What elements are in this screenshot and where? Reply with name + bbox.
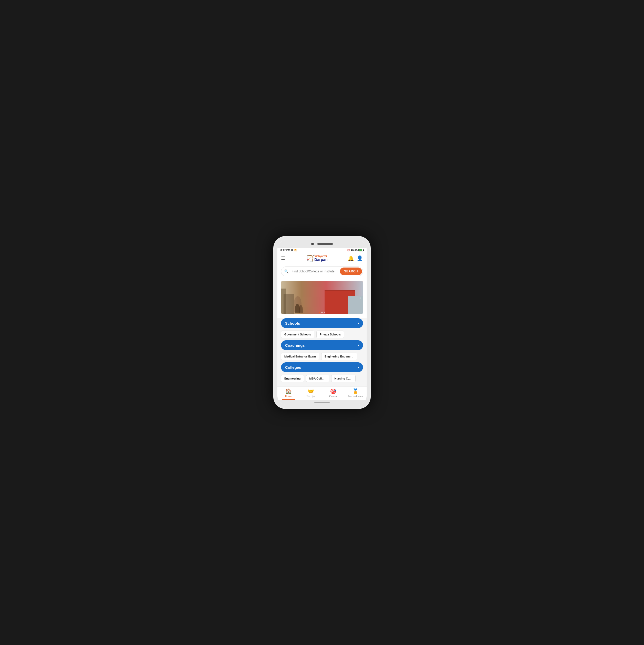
- nav-top-institutes[interactable]: 🏅 Top Institutes: [344, 388, 367, 398]
- career-icon: 🎯: [330, 388, 336, 394]
- home-icon: 🏠: [285, 388, 292, 394]
- coachings-chevron-icon: ›: [358, 343, 359, 348]
- phone-device: 8:17 PM ✉ 📶 ⏰ 4G 3G ☰ 🏹 Vidhyarthi Darpa…: [273, 236, 371, 409]
- speaker-slot: [317, 243, 333, 245]
- header-icons: 🔔 👤: [348, 255, 363, 261]
- tieups-icon: 🤝: [308, 388, 314, 394]
- signal-3g: 3G: [354, 249, 358, 251]
- message-icon: ✉: [291, 249, 293, 251]
- phone-top-hardware: [277, 240, 367, 248]
- banner-carousel[interactable]: ›: [277, 279, 367, 316]
- colleges-subcategory-row: Engineering MBA Colleges Nursing Colleg.…: [281, 375, 363, 382]
- nav-home[interactable]: 🏠 Home: [277, 388, 300, 398]
- engineering-entrance-button[interactable]: Enginering Entrance Exa...: [321, 353, 357, 360]
- notification-icon: 📶: [294, 249, 297, 251]
- carousel-dots: [319, 311, 325, 313]
- app-header: ☰ 🏹 Vidhyarthi Darpan 🔔 👤: [277, 253, 367, 264]
- app-logo: 🏹 Vidhyarthi Darpan: [305, 255, 328, 262]
- mba-colleges-button[interactable]: MBA Colleges: [306, 375, 329, 382]
- status-bar: 8:17 PM ✉ 📶 ⏰ 4G 3G: [277, 248, 367, 253]
- government-schools-button[interactable]: Goverment Schools: [281, 331, 314, 338]
- user-profile-button[interactable]: 👤: [357, 255, 363, 261]
- banner-scene: [281, 281, 363, 314]
- banner-image: [281, 281, 363, 314]
- nursing-colleges-button[interactable]: Nursing Colleg...: [331, 375, 356, 382]
- top-institutes-icon: 🏅: [352, 388, 359, 394]
- carousel-dot-1[interactable]: [319, 311, 320, 313]
- phone-screen: 8:17 PM ✉ 📶 ⏰ 4G 3G ☰ 🏹 Vidhyarthi Darpa…: [277, 240, 367, 405]
- hamburger-menu-button[interactable]: ☰: [281, 256, 285, 261]
- search-button[interactable]: SEARCH: [340, 267, 362, 275]
- phone-bottom-hardware: [277, 400, 367, 405]
- status-right: ⏰ 4G 3G: [347, 249, 363, 251]
- content-area: Schools › Goverment Schools Private Scho…: [277, 318, 367, 387]
- nav-home-label: Home: [285, 395, 292, 398]
- camera-dot: [311, 243, 314, 245]
- schools-chevron-icon: ›: [358, 321, 359, 326]
- status-time: 8:17 PM: [281, 249, 290, 252]
- logo-text: Vidhyarthi Darpan: [314, 255, 328, 262]
- colleges-chevron-icon: ›: [358, 365, 359, 370]
- nav-top-institutes-label: Top Institutes: [348, 395, 363, 398]
- medical-entrance-button[interactable]: Medical Entrance Exam: [281, 353, 319, 360]
- signal-4g: 4G: [351, 249, 354, 251]
- battery-fill: [359, 249, 362, 251]
- notification-bell-button[interactable]: 🔔: [348, 255, 354, 261]
- carousel-dot-3[interactable]: [324, 311, 325, 313]
- search-icon: 🔍: [281, 267, 291, 275]
- search-section: 🔍 SEARCH: [277, 264, 367, 279]
- carousel-dot-2[interactable]: [321, 311, 323, 313]
- nav-tieups-label: Tie Ups: [306, 395, 315, 398]
- logo-darpan-text: Darpan: [314, 257, 328, 262]
- bottom-navigation: 🏠 Home 🤝 Tie Ups 🎯 Career 🏅 Top Institut…: [277, 387, 367, 400]
- logo-v-icon: 🏹: [305, 255, 313, 262]
- battery-indicator: [358, 249, 363, 251]
- carousel-next-arrow[interactable]: ›: [359, 295, 361, 300]
- home-bar: [314, 402, 330, 403]
- nav-career[interactable]: 🎯 Career: [322, 388, 344, 398]
- alarm-icon: ⏰: [347, 249, 350, 251]
- private-schools-button[interactable]: Private Schools: [316, 331, 344, 338]
- engineering-colleges-button[interactable]: Engineering: [281, 375, 304, 382]
- schools-category-header[interactable]: Schools ›: [281, 318, 363, 328]
- schools-category-title: Schools: [285, 321, 300, 326]
- colleges-category-title: Colleges: [285, 365, 301, 370]
- status-left: 8:17 PM ✉ 📶: [281, 249, 297, 252]
- nav-career-label: Career: [329, 395, 337, 398]
- colleges-category-header[interactable]: Colleges ›: [281, 362, 363, 372]
- nav-tieups[interactable]: 🤝 Tie Ups: [300, 388, 322, 398]
- search-bar-container: 🔍 SEARCH: [281, 266, 363, 276]
- coachings-subcategory-row: Medical Entrance Exam Enginering Entranc…: [281, 353, 363, 360]
- coachings-category-header[interactable]: Coachings ›: [281, 340, 363, 350]
- coachings-category-title: Coachings: [285, 343, 305, 348]
- search-input[interactable]: [291, 267, 339, 275]
- schools-subcategory-row: Goverment Schools Private Schools: [281, 331, 363, 338]
